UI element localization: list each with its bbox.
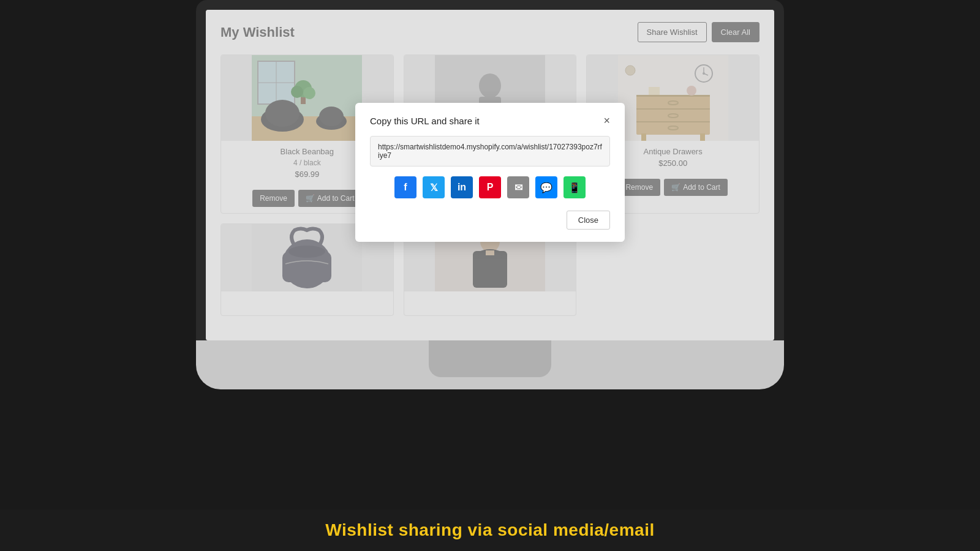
modal-footer: Close <box>370 211 610 230</box>
social-icons-container: f 𝕏 in P ✉ 💬 📱 <box>370 176 610 198</box>
modal-header: Copy this URL and share it × <box>370 115 610 126</box>
bottom-bar: Wishlist sharing via social media/email <box>0 509 980 551</box>
facebook-share-button[interactable]: f <box>394 176 417 198</box>
monitor-stand <box>429 340 551 377</box>
email-share-button[interactable]: ✉ <box>507 176 529 198</box>
linkedin-share-button[interactable]: in <box>451 176 473 198</box>
pinterest-share-button[interactable]: P <box>479 176 501 198</box>
modal-close-x-button[interactable]: × <box>603 115 610 126</box>
modal-close-button[interactable]: Close <box>567 211 610 230</box>
whatsapp-share-button[interactable]: 📱 <box>564 176 586 198</box>
modal-url-text: https://smartwishlistdemo4.myshopify.com… <box>370 136 610 167</box>
twitter-share-button[interactable]: 𝕏 <box>423 176 445 198</box>
messenger-share-button[interactable]: 💬 <box>535 176 557 198</box>
monitor-base <box>196 340 784 389</box>
modal-title: Copy this URL and share it <box>370 115 480 126</box>
share-modal: Copy this URL and share it × https://sma… <box>355 103 625 242</box>
bottom-bar-text: Wishlist sharing via social media/email <box>325 520 654 539</box>
